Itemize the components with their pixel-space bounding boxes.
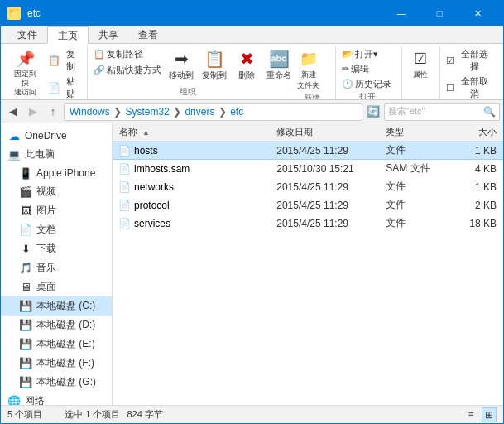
view-detail-button[interactable]: ≡ [463,407,478,422]
file-size-services: 18 KB [456,218,503,229]
properties-icon: ☑ [410,49,430,69]
edit-button[interactable]: ✏ 编辑 [339,62,372,76]
delete-icon: ✖ [237,49,257,69]
sidebar-item-drive-d[interactable]: 💾 本地磁盘 (D:) [1,316,112,335]
search-bar[interactable]: 搜索"etc" 🔍 [384,103,500,121]
open-buttons: 📂 打开▾ ✏ 编辑 🕐 历史记录 [339,47,394,91]
select-buttons: ☑ 全部选择 ☐ 全部取消 ↔ 反向选择 [444,47,495,100]
sidebar-item-drive-e[interactable]: 💾 本地磁盘 (E:) [1,335,112,354]
sidebar-item-network[interactable]: 🌐 网络 [1,392,112,405]
history-icon: 🕐 [342,79,353,89]
sidebar-item-desktop[interactable]: 🖥 桌面 [1,277,112,296]
file-row[interactable]: 📄 lmhosts.sam 2015/10/30 15:21 SAM 文件 4 … [113,160,503,178]
select-all-button[interactable]: ☑ 全部选择 [444,47,495,74]
copy-path-button[interactable]: 📋 复制路径 [91,47,146,61]
rename-icon: 🔤 [269,49,289,69]
paste-button[interactable]: 📄 粘贴 [45,75,82,100]
breadcrumb-system32[interactable]: System32 [125,106,169,118]
col-header-date[interactable]: 修改日期 [276,126,386,138]
file-icon: 📄 [118,162,131,176]
drive-e-label: 本地磁盘 (E:) [36,337,95,351]
file-row[interactable]: 📄 hosts 2015/4/25 11:29 文件 1 KB [113,142,503,160]
properties-group-label [406,98,434,99]
status-size: 824 字节 [127,408,162,421]
col-header-name[interactable]: 名称 ▲ [113,126,276,138]
sidebar-item-thispc[interactable]: 💻 此电脑 [1,145,112,164]
search-placeholder: 搜索"etc" [388,105,425,118]
delete-button[interactable]: ✖ 删除 [232,47,262,83]
docs-icon: 📄 [19,224,32,237]
minimize-button[interactable]: — [382,1,420,26]
forward-button[interactable]: ▶ [24,103,42,121]
organize-buttons: 📋 复制路径 🔗 粘贴快捷方式 ➡ 移动到 📋 复制到 ✖ 删除 [91,47,285,86]
breadcrumb-etc[interactable]: etc [230,106,243,118]
col-header-type[interactable]: 类型 [386,126,456,138]
drive-e-icon: 💾 [19,338,32,351]
view-list-button[interactable]: ⊞ [482,407,497,422]
copy-to-icon: 📋 [204,49,224,69]
downloads-label: 下载 [36,242,56,256]
refresh-button[interactable]: 🔄 [364,103,382,121]
close-button[interactable]: ✕ [458,1,497,26]
tab-file[interactable]: 文件 [7,26,47,44]
copy-to-button[interactable]: 📋 复制到 [199,47,230,83]
file-size-lmhosts: 4 KB [456,163,503,175]
copy-button[interactable]: 📋 复制 [45,47,82,74]
address-bar[interactable]: Windows ❯ System32 ❯ drivers ❯ etc [64,103,362,121]
sidebar-item-onedrive[interactable]: ☁ OneDrive [1,127,112,145]
select-none-button[interactable]: ☐ 全部取消 [444,75,495,100]
tab-home[interactable]: 主页 [47,26,89,44]
new-folder-button[interactable]: 📁 新建文件夹 [294,47,324,93]
open-button[interactable]: 📂 打开▾ [339,47,381,61]
music-icon: 🎵 [19,262,32,275]
sidebar-item-downloads[interactable]: ⬇ 下载 [1,239,112,258]
iphone-icon: 📱 [19,166,32,180]
sidebar-item-music[interactable]: 🎵 音乐 [1,258,112,277]
thispc-icon: 💻 [7,148,21,161]
sidebar-item-pictures[interactable]: 🖼 图片 [1,201,112,220]
breadcrumb-windows[interactable]: Windows [70,106,110,118]
statusbar: 5 个项目 选中 1 个项目 824 字节 ≡ ⊞ [1,405,503,423]
file-row[interactable]: 📄 networks 2015/4/25 11:29 文件 1 KB [113,178,503,196]
col-header-size[interactable]: 大小 [456,126,503,138]
titlebar: 📁 etc — □ ✕ [1,1,503,26]
organize-label: 组织 [91,86,285,99]
sidebar-item-drive-c[interactable]: 💾 本地磁盘 (C:) [1,296,112,316]
pin-button[interactable]: 📌 固定到快速访问 [7,47,43,98]
file-name-lmhosts: 📄 lmhosts.sam [113,162,276,176]
breadcrumb-drivers[interactable]: drivers [185,106,214,118]
status-count: 5 个项目 [7,408,42,421]
sidebar-item-docs[interactable]: 📄 文档 [1,220,112,239]
window-title: etc [27,7,382,19]
sidebar-item-video[interactable]: 🎬 视频 [1,182,112,201]
properties-label: 属性 [413,70,428,80]
window-app-icon: 📁 [7,7,21,20]
paste-shortcut-button[interactable]: 🔗 粘贴快捷方式 [91,63,164,77]
new-label: 新建 [294,93,330,100]
sidebar-item-iphone[interactable]: 📱 Apple iPhone [1,164,112,182]
sidebar-item-drive-g[interactable]: 💾 本地磁盘 (G:) [1,373,112,392]
new-folder-icon: 📁 [299,49,319,69]
tab-view[interactable]: 查看 [128,26,168,44]
file-name-protocol: 📄 protocol [113,199,276,212]
titlebar-buttons: — □ ✕ [382,1,497,26]
file-row[interactable]: 📄 services 2015/4/25 11:29 文件 18 KB [113,214,503,233]
maximize-button[interactable]: □ [420,1,458,26]
ribbon-group-select: ☑ 全部选择 ☐ 全部取消 ↔ 反向选择 选择 [440,47,500,99]
sidebar-item-drive-f[interactable]: 💾 本地磁盘 (F:) [1,354,112,373]
file-date-hosts: 2015/4/25 11:29 [276,145,386,157]
back-button[interactable]: ◀ [4,103,22,121]
paste-icon: 📄 [47,81,60,94]
file-size-hosts: 1 KB [456,145,503,157]
file-icon: 📄 [118,199,131,212]
search-icon[interactable]: 🔍 [483,106,496,118]
up-button[interactable]: ↑ [44,103,62,121]
history-button[interactable]: 🕐 历史记录 [339,77,394,91]
desktop-label: 桌面 [36,280,56,294]
tab-share[interactable]: 共享 [89,26,128,44]
move-to-button[interactable]: ➡ 移动到 [166,47,197,83]
file-row[interactable]: 📄 protocol 2015/4/25 11:29 文件 2 KB [113,196,503,214]
file-name-hosts: 📄 hosts [113,144,276,157]
properties-button[interactable]: ☑ 属性 [406,47,435,82]
file-date-protocol: 2015/4/25 11:29 [276,200,386,211]
